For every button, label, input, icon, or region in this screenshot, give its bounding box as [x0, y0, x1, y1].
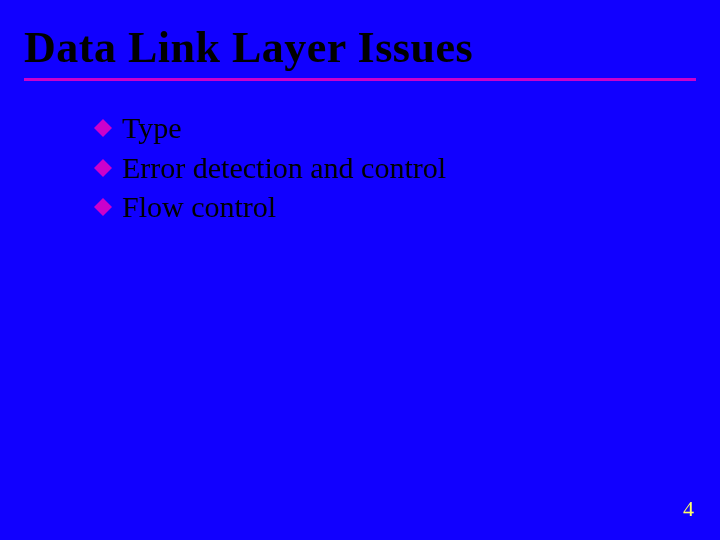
- list-item: Type: [90, 109, 720, 147]
- diamond-bullet-icon: [90, 155, 116, 181]
- svg-marker-0: [94, 119, 112, 137]
- bullet-text: Error detection and control: [122, 149, 446, 187]
- title-underline: [24, 78, 696, 81]
- bullet-list: Type Error detection and control Flow co…: [0, 109, 720, 226]
- slide-title: Data Link Layer Issues: [24, 24, 696, 72]
- svg-marker-2: [94, 198, 112, 216]
- diamond-bullet-icon: [90, 194, 116, 220]
- diamond-bullet-icon: [90, 115, 116, 141]
- svg-marker-1: [94, 159, 112, 177]
- page-number: 4: [683, 496, 694, 522]
- list-item: Flow control: [90, 188, 720, 226]
- list-item: Error detection and control: [90, 149, 720, 187]
- title-block: Data Link Layer Issues: [0, 0, 720, 81]
- bullet-text: Flow control: [122, 188, 276, 226]
- bullet-text: Type: [122, 109, 182, 147]
